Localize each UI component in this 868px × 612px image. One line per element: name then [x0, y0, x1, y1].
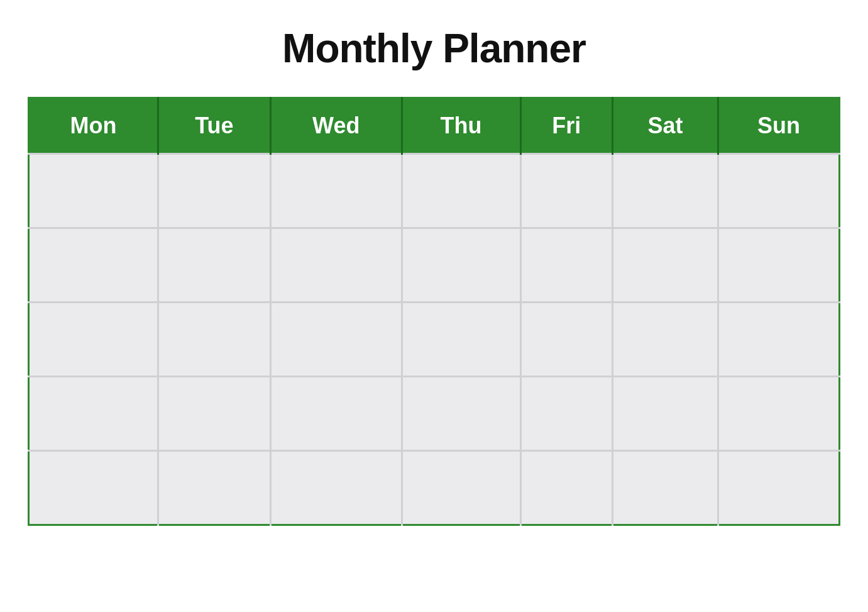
cell-3-2[interactable] — [158, 303, 270, 377]
cell-5-2[interactable] — [158, 451, 270, 525]
calendar-row-5 — [29, 451, 840, 525]
cell-2-2[interactable] — [158, 228, 270, 303]
calendar-row-4 — [29, 377, 840, 451]
cell-5-3[interactable] — [270, 451, 402, 525]
page-title: Monthly Planner — [282, 25, 586, 72]
cell-1-4[interactable] — [402, 154, 520, 228]
cell-1-7[interactable] — [718, 154, 839, 228]
cell-5-1[interactable] — [29, 451, 158, 525]
cell-2-1[interactable] — [29, 228, 158, 303]
cell-3-7[interactable] — [718, 303, 839, 377]
cell-1-3[interactable] — [270, 154, 402, 228]
calendar-row-3 — [29, 303, 840, 377]
cell-2-3[interactable] — [270, 228, 402, 303]
cell-4-6[interactable] — [613, 377, 718, 451]
cell-4-1[interactable] — [29, 377, 158, 451]
cell-3-4[interactable] — [402, 303, 520, 377]
header-wed: Wed — [270, 98, 402, 154]
cell-2-6[interactable] — [613, 228, 718, 303]
cell-4-3[interactable] — [270, 377, 402, 451]
header-thu: Thu — [402, 98, 520, 154]
cell-3-3[interactable] — [270, 303, 402, 377]
cell-1-2[interactable] — [158, 154, 270, 228]
cell-2-4[interactable] — [402, 228, 520, 303]
cell-4-4[interactable] — [402, 377, 520, 451]
cell-4-7[interactable] — [718, 377, 839, 451]
calendar-header-row: Mon Tue Wed Thu Fri Sat Sun — [29, 98, 840, 154]
cell-5-4[interactable] — [402, 451, 520, 525]
header-mon: Mon — [29, 98, 158, 154]
header-sat: Sat — [613, 98, 718, 154]
cell-3-5[interactable] — [520, 303, 613, 377]
cell-4-2[interactable] — [158, 377, 270, 451]
header-sun: Sun — [718, 98, 839, 154]
cell-5-7[interactable] — [718, 451, 839, 525]
header-tue: Tue — [158, 98, 270, 154]
cell-3-1[interactable] — [29, 303, 158, 377]
cell-2-5[interactable] — [520, 228, 613, 303]
cell-5-6[interactable] — [613, 451, 718, 525]
cell-1-5[interactable] — [520, 154, 613, 228]
calendar-row-2 — [29, 228, 840, 303]
cell-4-5[interactable] — [520, 377, 613, 451]
calendar-table: Mon Tue Wed Thu Fri Sat Sun — [28, 97, 840, 526]
cell-1-6[interactable] — [613, 154, 718, 228]
cell-5-5[interactable] — [520, 451, 613, 525]
cell-3-6[interactable] — [613, 303, 718, 377]
header-fri: Fri — [520, 98, 613, 154]
cell-1-1[interactable] — [29, 154, 158, 228]
calendar-row-1 — [29, 154, 840, 228]
cell-2-7[interactable] — [718, 228, 839, 303]
